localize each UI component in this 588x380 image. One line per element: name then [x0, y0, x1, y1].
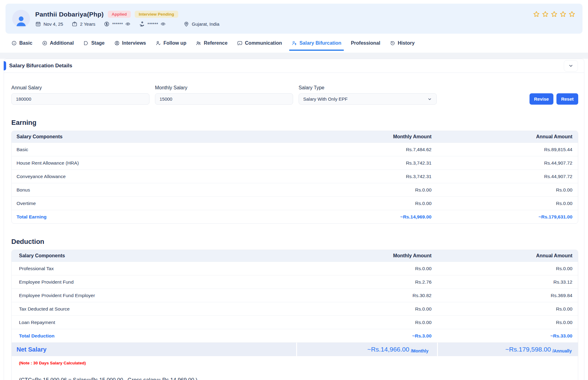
total-deduction-row: Total Deduction ~Rs.3.00 ~Rs.33.00: [12, 329, 578, 342]
deduction-row: Loan Repayment Rs.0.00 Rs.0.00: [12, 315, 578, 329]
earning-heading: Earning: [11, 119, 578, 127]
net-salary-label: Net Salary: [12, 343, 296, 356]
deduction-row: Tax Deducted at Source Rs.0.00 Rs.0.00: [12, 302, 578, 315]
earning-table: Salary Components Monthly Amount Annual …: [11, 131, 578, 224]
tab-bar: Basic Additional Stage Interviews Follow…: [0, 34, 588, 53]
tab-label: Reference: [204, 40, 227, 46]
candidate-header: Panthii Dobariya(Php) Applied Interview …: [6, 4, 582, 34]
tab-label: Professional: [351, 40, 380, 46]
star-icon[interactable]: [550, 10, 558, 18]
eye-icon[interactable]: [160, 21, 166, 27]
tab-label: Communication: [245, 40, 282, 46]
salary-type-select[interactable]: Salary With Only EPF: [299, 93, 437, 105]
tab[interactable]: Follow up: [156, 34, 187, 53]
star-icon[interactable]: [541, 10, 549, 18]
briefcase-icon: [72, 21, 77, 27]
avatar: [12, 10, 30, 28]
content-gap: [0, 53, 588, 59]
status-badge-interview-pending: Interview Pending: [135, 11, 178, 18]
candidate-name: Panthii Dobariya(Php): [35, 11, 104, 18]
expected-salary-masked: ******: [139, 21, 166, 27]
user-circle-icon: [114, 40, 120, 46]
tab-label: Basic: [19, 40, 32, 46]
salary-bifurcation-panel: Salary Bifurcation Details Annual Salary…: [4, 59, 584, 380]
deduction-heading: Deduction: [11, 238, 578, 246]
eye-icon[interactable]: [125, 21, 130, 27]
hand-coin-icon: [139, 21, 145, 27]
salary-note: (Note : 30 Days Salary Calculated): [19, 361, 578, 365]
deduction-table: Salary Components Monthly Amount Annual …: [11, 250, 578, 380]
tab[interactable]: Communication: [237, 34, 282, 53]
monthly-salary-field-group: Monthly Salary: [155, 85, 293, 105]
calendar-icon: [35, 21, 41, 27]
candidate-info: Panthii Dobariya(Php) Applied Interview …: [35, 11, 533, 27]
annual-salary-field-group: Annual Salary: [11, 85, 149, 105]
earning-row: Basic Rs.7,484.62 Rs.89,815.44: [12, 143, 578, 156]
tab[interactable]: Salary Bifurcation: [292, 34, 341, 53]
tab[interactable]: Reference: [196, 34, 227, 53]
current-salary-masked: ******: [104, 21, 130, 27]
tab[interactable]: Professional: [351, 34, 380, 53]
salary-type-field-group: Salary Type Salary With Only EPF: [299, 85, 437, 105]
star-icon[interactable]: [533, 10, 540, 18]
deduction-row: Employee Provident Fund Employer Rs.30.8…: [12, 289, 578, 302]
tab-label: Stage: [91, 40, 105, 46]
rating-stars: [533, 10, 576, 18]
salary-type-label: Salary Type: [299, 85, 437, 91]
monthly-salary-label: Monthly Salary: [155, 85, 293, 91]
tab[interactable]: Stage: [83, 34, 105, 53]
earning-row: Bonus Rs.0.00 Rs.0.00: [12, 183, 578, 196]
earning-row: House Rent Allowance (HRA) Rs.3,742.31 R…: [12, 156, 578, 170]
panel-title: Salary Bifurcation Details: [9, 63, 72, 69]
annual-salary-label: Annual Salary: [11, 85, 149, 91]
location: Gujarat, India: [183, 21, 219, 27]
tab[interactable]: Additional: [42, 34, 74, 53]
deduction-table-header: Salary Components Monthly Amount Annual …: [12, 250, 578, 262]
history-icon: [390, 40, 395, 46]
earning-row: Conveyance Allowance Rs.3,742.31 Rs.44,9…: [12, 170, 578, 183]
tab-label: Additional: [50, 40, 74, 46]
tag-icon: [83, 40, 89, 46]
deduction-row: Professional Tax Rs.0.00 Rs.0.00: [12, 262, 578, 275]
tab[interactable]: History: [390, 34, 415, 53]
net-salary-annual: ~Rs.179,598.00 /Annually: [438, 343, 578, 356]
tab-label: Salary Bifurcation: [300, 40, 341, 46]
monthly-salary-input[interactable]: [155, 93, 293, 105]
star-icon[interactable]: [559, 10, 567, 18]
tab[interactable]: Interviews: [114, 34, 146, 53]
tab-label: Interviews: [122, 40, 146, 46]
net-salary-row: Net Salary ~Rs.14,966.00 /Monthly ~Rs.17…: [12, 342, 578, 356]
total-earning-row: Total Earning ~Rs.14,969.00 ~Rs.179,631.…: [12, 210, 578, 223]
deduction-row: Employee Provident Fund Rs.2.76 Rs.33.12: [12, 275, 578, 289]
applied-date: Nov 4, 25: [35, 21, 63, 27]
avatar-person-icon: [14, 14, 28, 28]
tab-label: History: [398, 40, 415, 46]
star-icon[interactable]: [568, 10, 576, 18]
tab[interactable]: Basic: [11, 34, 32, 53]
reset-button[interactable]: Reset: [556, 93, 578, 105]
panel-header: Salary Bifurcation Details: [4, 59, 584, 73]
dollar-circle-icon: [104, 21, 110, 27]
earning-table-header: Salary Components Monthly Amount Annual …: [12, 131, 578, 143]
users-icon: [196, 40, 201, 46]
annual-salary-input[interactable]: [11, 93, 149, 105]
net-salary-monthly: ~Rs.14,966.00 /Monthly: [297, 343, 437, 356]
plus-circle-icon: [42, 40, 47, 46]
chat-icon: [237, 40, 243, 46]
salary-form: Annual Salary Monthly Salary Salary Type…: [11, 85, 578, 105]
status-badge-applied: Applied: [108, 11, 131, 18]
collapse-button[interactable]: [564, 60, 578, 72]
earning-row: Overtime Rs.0.00 Rs.0.00: [12, 196, 578, 210]
experience: 2 Years: [72, 21, 95, 27]
accent-bar: [4, 61, 6, 70]
map-pin-icon: [183, 21, 189, 27]
info-icon: [11, 40, 17, 46]
user-check-icon: [156, 40, 161, 46]
user-dollar-icon: [292, 40, 297, 46]
chevron-down-icon: [427, 97, 432, 102]
chevron-down-icon: [568, 63, 574, 69]
tab-label: Follow up: [164, 40, 187, 46]
revise-button[interactable]: Revise: [530, 93, 553, 105]
ctc-summary: (CTC=Rs.15,000.06 = Salary=Rs.15,000.00 …: [19, 377, 578, 380]
